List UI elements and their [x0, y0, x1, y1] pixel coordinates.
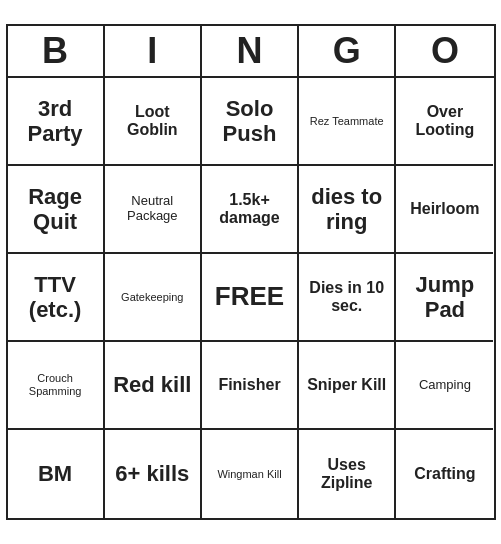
bingo-cell-17: Finisher	[202, 342, 299, 430]
cell-text-4: Over Looting	[400, 103, 489, 140]
bingo-letter-n: N	[202, 26, 299, 76]
bingo-cell-14: Jump Pad	[396, 254, 493, 342]
bingo-letter-g: G	[299, 26, 396, 76]
bingo-card: BINGO 3rd PartyLoot GoblinSolo PushRez T…	[6, 24, 496, 520]
cell-text-5: Rage Quit	[12, 184, 99, 235]
bingo-grid: 3rd PartyLoot GoblinSolo PushRez Teammat…	[8, 78, 494, 518]
bingo-letter-i: I	[105, 26, 202, 76]
cell-text-20: BM	[38, 461, 72, 486]
bingo-cell-22: Wingman Kill	[202, 430, 299, 518]
cell-text-1: Loot Goblin	[109, 103, 196, 140]
bingo-cell-3: Rez Teammate	[299, 78, 396, 166]
bingo-cell-2: Solo Push	[202, 78, 299, 166]
bingo-cell-5: Rage Quit	[8, 166, 105, 254]
cell-text-3: Rez Teammate	[310, 115, 384, 128]
cell-text-19: Camping	[419, 378, 471, 393]
bingo-cell-13: Dies in 10 sec.	[299, 254, 396, 342]
bingo-cell-0: 3rd Party	[8, 78, 105, 166]
cell-text-0: 3rd Party	[12, 96, 99, 147]
bingo-cell-16: Red kill	[105, 342, 202, 430]
bingo-cell-7: 1.5k+ damage	[202, 166, 299, 254]
bingo-cell-20: BM	[8, 430, 105, 518]
cell-text-21: 6+ kills	[115, 461, 189, 486]
bingo-cell-24: Crafting	[396, 430, 493, 518]
bingo-letter-o: O	[396, 26, 493, 76]
cell-text-13: Dies in 10 sec.	[303, 279, 390, 316]
cell-text-8: dies to ring	[303, 184, 390, 235]
bingo-cell-4: Over Looting	[396, 78, 493, 166]
bingo-letter-b: B	[8, 26, 105, 76]
cell-text-23: Uses Zipline	[303, 456, 390, 493]
cell-text-9: Heirloom	[410, 200, 479, 218]
cell-text-2: Solo Push	[206, 96, 293, 147]
cell-text-24: Crafting	[414, 465, 475, 483]
cell-text-15: Crouch Spamming	[12, 372, 99, 397]
bingo-cell-15: Crouch Spamming	[8, 342, 105, 430]
cell-text-18: Sniper Kill	[307, 376, 386, 394]
cell-text-11: Gatekeeping	[121, 291, 183, 304]
bingo-cell-23: Uses Zipline	[299, 430, 396, 518]
cell-text-12: FREE	[215, 282, 284, 312]
bingo-cell-19: Camping	[396, 342, 493, 430]
cell-text-14: Jump Pad	[400, 272, 489, 323]
bingo-header: BINGO	[8, 26, 494, 78]
cell-text-7: 1.5k+ damage	[206, 191, 293, 228]
bingo-cell-21: 6+ kills	[105, 430, 202, 518]
bingo-cell-12: FREE	[202, 254, 299, 342]
bingo-cell-11: Gatekeeping	[105, 254, 202, 342]
bingo-cell-9: Heirloom	[396, 166, 493, 254]
cell-text-22: Wingman Kill	[217, 468, 281, 481]
bingo-cell-1: Loot Goblin	[105, 78, 202, 166]
bingo-cell-6: Neutral Package	[105, 166, 202, 254]
cell-text-16: Red kill	[113, 372, 191, 397]
bingo-cell-8: dies to ring	[299, 166, 396, 254]
cell-text-10: TTV (etc.)	[12, 272, 99, 323]
cell-text-6: Neutral Package	[109, 194, 196, 224]
bingo-cell-10: TTV (etc.)	[8, 254, 105, 342]
bingo-cell-18: Sniper Kill	[299, 342, 396, 430]
cell-text-17: Finisher	[218, 376, 280, 394]
